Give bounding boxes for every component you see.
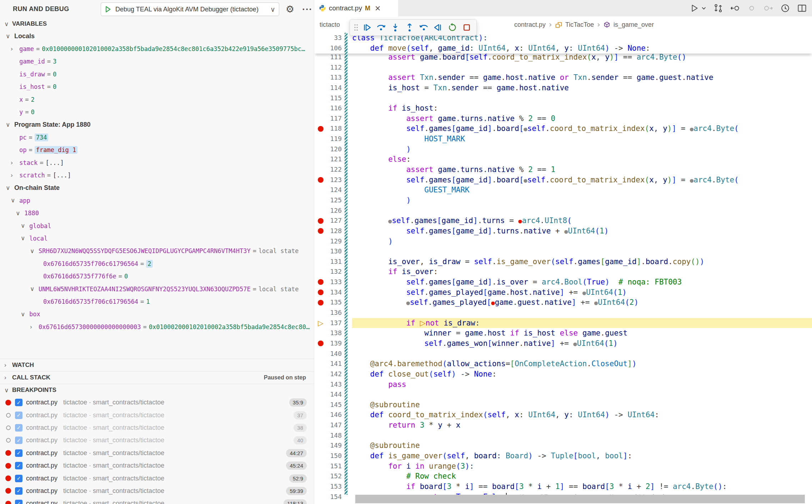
line-number[interactable]: 150 [327, 451, 342, 461]
breakpoint-row-59-39[interactable]: ✓contract.pytictactoe · smart_contracts/… [0, 485, 314, 497]
breakpoint-dot-icon[interactable] [318, 279, 324, 285]
code-line-122[interactable]: 122 assert game.turns.native % 2 == 1 [315, 165, 812, 175]
code-line-123[interactable]: 123 self.games[game_id].board[●self.coor… [315, 175, 812, 185]
line-number[interactable]: 134 [327, 287, 342, 298]
breakpoint-gutter[interactable] [315, 257, 327, 267]
breakpoint-gutter[interactable] [315, 124, 327, 134]
code-text[interactable]: @subroutine [352, 440, 812, 451]
code-line-118[interactable]: 118 self.games[game_id].board[●self.coor… [315, 124, 812, 134]
chevron-right-icon[interactable]: › [4, 374, 12, 381]
step-out-button[interactable] [404, 21, 416, 34]
code-line-131[interactable]: 131 is_over, is_draw = self.is_game_over… [315, 257, 812, 267]
code-text[interactable] [352, 93, 812, 104]
code-line-121[interactable]: 121 else: [315, 154, 812, 165]
breakpoint-gutter[interactable] [315, 154, 327, 165]
code-text[interactable]: @arc4.baremethod(allow_actions=[OnComple… [352, 359, 812, 369]
line-number[interactable]: 148 [327, 430, 342, 441]
code-line-126[interactable]: 126 [315, 206, 812, 216]
breakpoint-gutter[interactable] [315, 83, 327, 93]
chevron-right-icon[interactable]: › [4, 362, 12, 369]
variable-row-program-state-app-1880[interactable]: ∨Program State: App 1880 [0, 119, 314, 131]
breakpoint-gutter[interactable] [315, 502, 327, 504]
line-number[interactable]: 116 [327, 103, 342, 114]
code-text[interactable]: def coord_to_matrix_index(self, x: UInt6… [352, 410, 812, 420]
code-text[interactable] [352, 246, 812, 257]
chevron-down-icon[interactable]: ∨ [270, 5, 275, 14]
line-number[interactable]: 128 [327, 226, 342, 236]
toolbar-drag-handle[interactable] [354, 23, 359, 32]
code-text[interactable]: self.games[game_id].board[●self.coord_to… [352, 175, 812, 185]
breakpoint-gutter[interactable] [315, 165, 327, 175]
code-line-144[interactable]: 144 [315, 389, 812, 400]
code-text[interactable]: pass [352, 379, 812, 390]
line-number[interactable]: 111 [327, 52, 342, 62]
code-line-139[interactable]: 139 self.games_won[winner.native] += ●UI… [315, 338, 812, 349]
breakpoint-gutter[interactable] [315, 33, 327, 43]
breakpoint-gutter[interactable] [315, 277, 327, 287]
breakpoint-gutter[interactable] [315, 72, 327, 83]
line-number[interactable]: 120 [327, 144, 342, 155]
code-text[interactable]: assert game.board[self.coord_to_matrix_i… [352, 52, 812, 62]
code-line-140[interactable]: 140 [315, 349, 812, 359]
code-text[interactable] [352, 206, 812, 216]
line-number[interactable]: 149 [327, 440, 342, 451]
chevron-down-icon[interactable]: ∨ [4, 387, 12, 394]
line-number[interactable]: 121 [327, 154, 342, 165]
code-text[interactable]: if ▷not is_draw: [352, 318, 812, 328]
breakpoint-gutter[interactable] [315, 471, 327, 482]
breakpoint-gutter[interactable] [315, 93, 327, 104]
tab-contract-py[interactable]: contract.py M × [315, 0, 398, 16]
line-number[interactable]: 140 [327, 349, 342, 359]
breakpoint-dot-icon[interactable] [318, 228, 324, 234]
breakpoint-gutter[interactable] [315, 52, 327, 62]
debug-config-label[interactable]: Debug TEAL via AlgoKit AVM Debugger (tic… [115, 6, 270, 13]
code-text[interactable] [352, 349, 812, 359]
breakpoint-gutter[interactable] [315, 482, 327, 492]
breakpoint-dot-icon[interactable] [318, 126, 324, 132]
breakpoint-gutter[interactable] [315, 389, 327, 400]
line-number[interactable]: 123 [327, 175, 342, 185]
previous-change-button[interactable] [730, 3, 740, 13]
code-line-150[interactable]: 150 def is_game_over(self, board: Board)… [315, 451, 812, 461]
code-text[interactable]: if board[3 * i] == board[3 * i + 1] == b… [352, 482, 812, 492]
chevron-down-icon[interactable]: ∨ [6, 121, 14, 128]
breakpoint-gutter[interactable] [315, 267, 327, 277]
code-line-113[interactable]: 113 assert Txn.sender == game.host.nativ… [315, 72, 812, 83]
breakpoint-gutter[interactable] [315, 451, 327, 461]
variable-row-1880[interactable]: ∨1880 [0, 207, 314, 219]
line-number[interactable]: 137 [327, 318, 342, 328]
line-number[interactable]: 145 [327, 400, 342, 410]
breakpoint-checkbox[interactable]: ✓ [15, 500, 22, 504]
code-line-152[interactable]: 152 # Row check [315, 471, 812, 482]
code-text[interactable]: assert Txn.sender == game.host.native or… [352, 72, 812, 83]
code-text[interactable]: def is_game_over(self, board: Board) -> … [352, 451, 812, 461]
line-number[interactable]: 118 [327, 124, 342, 134]
variable-row-is-host[interactable]: is_host=0 [0, 81, 314, 93]
code-text[interactable]: self.games_won[winner.native] += ●UInt64… [352, 338, 812, 349]
chevron-right-icon[interactable]: › [11, 159, 19, 166]
breadcrumb-symbol[interactable]: is_game_over [613, 21, 654, 29]
line-number[interactable]: 143 [327, 379, 342, 390]
code-text[interactable]: self.games[game_id].turns.native + ●UInt… [352, 226, 812, 236]
code-text[interactable]: else: [352, 154, 812, 165]
line-number[interactable]: 133 [327, 277, 342, 287]
breadcrumb-folder[interactable]: tictacto [320, 21, 340, 29]
line-number[interactable]: 112 [327, 62, 342, 73]
line-number[interactable]: 151 [327, 461, 342, 472]
breakpoint-checkbox[interactable]: ✓ [15, 437, 22, 444]
code-line-106[interactable]: 106 def move(self, game_id: UInt64, x: U… [315, 43, 812, 54]
start-debugging-icon[interactable] [104, 5, 112, 13]
variable-row-app[interactable]: ∨app [0, 194, 314, 207]
code-line-129[interactable]: 129 ) [315, 236, 812, 247]
chevron-down-icon[interactable]: ∨ [30, 285, 39, 293]
stop-button[interactable] [461, 21, 473, 34]
code-line-116[interactable]: 116 if is_host: [315, 103, 812, 114]
code-text[interactable]: self.games[game_id].is_over = arc4.Bool(… [352, 277, 812, 287]
code-text[interactable]: # Row check [352, 471, 812, 482]
code-line-127[interactable]: 127 ●self.games[game_id].turns = ●arc4.U… [315, 216, 812, 226]
code-line-128[interactable]: 128 self.games[game_id].turns.native + ●… [315, 226, 812, 236]
chevron-right-icon[interactable]: › [11, 172, 19, 179]
code-text[interactable]: GUEST_MARK [352, 185, 812, 195]
breakpoint-row-40[interactable]: ✓contract.pytictactoe · smart_contracts/… [0, 434, 314, 447]
breakpoint-gutter[interactable] [315, 379, 327, 390]
